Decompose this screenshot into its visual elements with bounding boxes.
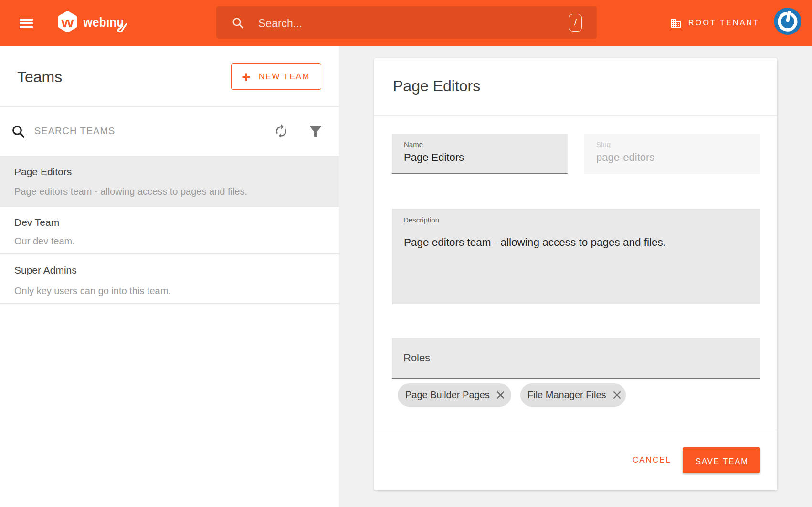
svg-text:webınu: webınu — [83, 15, 124, 30]
svg-text:w: w — [61, 14, 74, 30]
